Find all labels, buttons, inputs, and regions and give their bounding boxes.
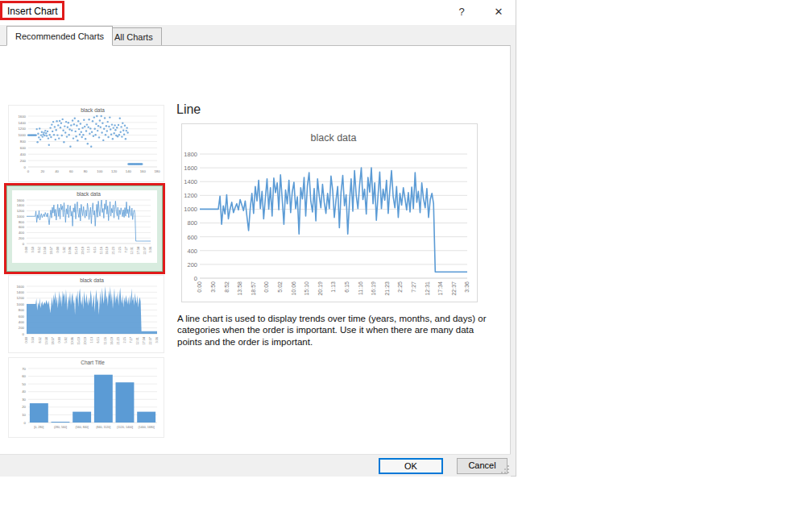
annotation-red-box-thumbnail: black data020040060080010001200140016000…	[4, 183, 165, 274]
help-button[interactable]: ?	[448, 0, 475, 24]
svg-text:200: 200	[19, 236, 25, 240]
tab-content-pane: black data020040060080010001200140016000…	[0, 45, 511, 454]
svg-text:20:19: 20:19	[84, 337, 87, 345]
svg-text:40: 40	[55, 169, 59, 173]
svg-text:6:15: 6:15	[93, 247, 97, 252]
svg-text:17:34: 17:34	[143, 337, 146, 345]
svg-text:1000: 1000	[17, 214, 25, 219]
svg-text:black data: black data	[80, 277, 104, 283]
svg-text:21:23: 21:23	[384, 281, 390, 296]
svg-text:1000: 1000	[16, 302, 24, 306]
svg-text:0:00: 0:00	[56, 247, 60, 252]
svg-text:15:10: 15:10	[304, 281, 309, 296]
svg-text:(1400, 1680]: (1400, 1680]	[139, 426, 155, 429]
svg-text:8:52: 8:52	[39, 337, 42, 343]
svg-text:1400: 1400	[184, 178, 197, 185]
svg-text:1400: 1400	[16, 290, 24, 294]
svg-text:0: 0	[27, 169, 30, 173]
svg-text:3:50: 3:50	[210, 281, 216, 293]
svg-text:13:58: 13:58	[237, 281, 242, 296]
chart-thumbnail-line-selected[interactable]: black data020040060080010001200140016000…	[6, 185, 163, 272]
svg-text:3:36: 3:36	[464, 281, 470, 293]
svg-text:400: 400	[20, 152, 27, 156]
svg-text:50: 50	[22, 382, 26, 386]
histogram-thumbnail-chart: Chart Title010203040506070[0, 280](280, …	[9, 358, 164, 437]
svg-text:60: 60	[69, 169, 73, 173]
svg-text:200: 200	[20, 159, 27, 163]
tab-label: All Charts	[114, 32, 153, 42]
close-icon: ✕	[495, 6, 503, 18]
svg-text:200: 200	[187, 261, 197, 269]
svg-text:black data: black data	[311, 132, 357, 144]
svg-text:70: 70	[22, 367, 26, 371]
svg-text:6:15: 6:15	[97, 337, 100, 343]
svg-text:1600: 1600	[18, 115, 26, 119]
svg-text:800: 800	[19, 220, 25, 224]
svg-text:30: 30	[22, 398, 26, 402]
svg-text:40: 40	[22, 389, 26, 393]
svg-text:21:23: 21:23	[117, 337, 120, 345]
svg-text:140: 140	[126, 169, 132, 173]
svg-text:13:58: 13:58	[44, 247, 47, 255]
svg-text:3:36: 3:36	[155, 337, 159, 343]
svg-text:20:19: 20:19	[317, 281, 323, 296]
svg-text:1200: 1200	[17, 209, 25, 213]
svg-text:18:57: 18:57	[50, 247, 53, 255]
svg-text:11:16: 11:16	[358, 281, 363, 295]
svg-text:600: 600	[20, 146, 27, 150]
svg-text:22:37: 22:37	[149, 337, 152, 345]
svg-text:22:37: 22:37	[143, 247, 147, 255]
svg-text:3:50: 3:50	[31, 247, 35, 252]
chart-thumbnail-histogram[interactable]: Chart Title010203040506070[0, 280](280, …	[8, 357, 164, 438]
svg-text:10:06: 10:06	[71, 337, 74, 345]
svg-text:600: 600	[187, 234, 197, 241]
svg-text:0: 0	[23, 242, 25, 246]
svg-text:[0, 280]: [0, 280]	[34, 426, 44, 429]
svg-text:800: 800	[19, 308, 25, 312]
svg-text:80: 80	[84, 169, 88, 173]
ok-button[interactable]: OK	[379, 458, 443, 474]
svg-text:20: 20	[40, 169, 44, 173]
svg-text:(560, 840]: (560, 840]	[76, 426, 89, 429]
svg-text:0: 0	[194, 275, 197, 282]
svg-text:1600: 1600	[17, 198, 25, 202]
svg-text:3:36: 3:36	[149, 247, 152, 252]
svg-text:400: 400	[19, 320, 25, 324]
svg-text:1200: 1200	[16, 296, 24, 300]
svg-text:1400: 1400	[17, 203, 25, 207]
tab-all-charts[interactable]: All Charts	[106, 27, 162, 46]
svg-text:600: 600	[19, 225, 25, 229]
resize-grip-icon[interactable]	[500, 465, 510, 474]
svg-text:16:19: 16:19	[371, 281, 376, 296]
svg-text:1000: 1000	[18, 133, 26, 137]
close-button[interactable]: ✕	[485, 0, 512, 24]
tab-label: Recommended Charts	[15, 31, 104, 41]
svg-text:100: 100	[97, 169, 103, 173]
svg-text:Chart Title: Chart Title	[81, 360, 105, 365]
svg-text:2:25: 2:25	[397, 281, 403, 293]
svg-text:0:00: 0:00	[25, 337, 28, 343]
chart-thumbnail-scatter[interactable]: black data020040060080010001200140016000…	[8, 105, 164, 182]
svg-text:0:00: 0:00	[58, 337, 61, 343]
svg-text:5:02: 5:02	[277, 281, 283, 293]
svg-text:15:10: 15:10	[77, 337, 81, 345]
svg-text:8:52: 8:52	[224, 281, 230, 293]
svg-text:10:06: 10:06	[68, 247, 72, 255]
chart-thumbnail-area[interactable]: black data020040060080010001200140016000…	[8, 275, 164, 353]
svg-text:0:00: 0:00	[263, 281, 269, 293]
insert-chart-dialog: Insert Chart ? ✕ Recommended Charts All …	[0, 0, 516, 477]
svg-text:400: 400	[19, 231, 25, 235]
svg-text:18:57: 18:57	[251, 281, 256, 296]
svg-text:1200: 1200	[184, 192, 197, 199]
annotation-red-box-title	[0, 1, 64, 20]
svg-text:180: 180	[154, 169, 160, 173]
svg-text:(1120, 1400]: (1120, 1400]	[117, 426, 133, 429]
tab-recommended-charts[interactable]: Recommended Charts	[6, 26, 113, 46]
svg-text:800: 800	[187, 219, 197, 227]
svg-text:7:27: 7:27	[130, 337, 133, 343]
svg-text:18:57: 18:57	[52, 337, 55, 345]
svg-text:0:00: 0:00	[197, 281, 202, 293]
svg-text:12:31: 12:31	[130, 247, 134, 255]
dialog-button-row: OK Cancel	[0, 454, 511, 477]
svg-text:6:15: 6:15	[344, 281, 350, 293]
